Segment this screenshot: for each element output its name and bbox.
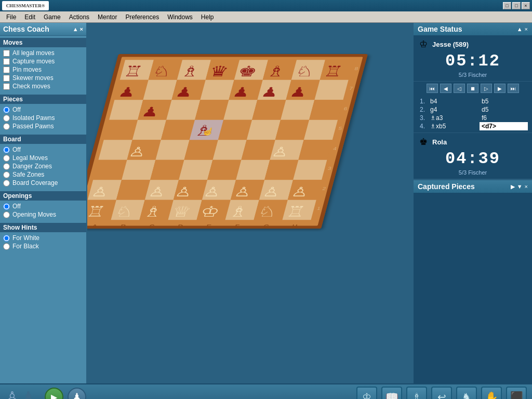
game-status-controls[interactable]: ▲ ×	[517, 26, 528, 32]
menu-preferences[interactable]: Preferences	[121, 12, 163, 22]
player1-name: Jesse (589)	[432, 41, 469, 48]
toolbar-bishop-button[interactable]: ♗	[406, 387, 427, 399]
skewer-moves-checkbox[interactable]	[3, 75, 10, 82]
table-row: 4. ♗xb5 <d7>	[418, 122, 528, 130]
all-legal-moves-checkbox[interactable]	[3, 50, 10, 57]
all-legal-moves-item[interactable]: All legal moves	[3, 49, 83, 57]
menu-help[interactable]: Help	[197, 12, 218, 22]
close-button[interactable]: ×	[522, 2, 530, 9]
move-4-black[interactable]: <d7>	[480, 122, 528, 130]
maximize-button[interactable]: □	[512, 2, 521, 9]
move-2-white[interactable]: g4	[428, 105, 480, 114]
passed-pawns-item[interactable]: Passed Pawns	[3, 122, 83, 130]
nav-end[interactable]: ⏭	[508, 84, 519, 93]
chess-coach-controls[interactable]: ▲ ×	[73, 26, 83, 32]
chess-coach-collapse[interactable]: ▲	[73, 26, 78, 32]
for-black-item[interactable]: For Black	[3, 242, 83, 250]
for-white-radio[interactable]	[3, 235, 10, 242]
pin-moves-checkbox[interactable]	[3, 66, 10, 73]
captured-header: Captured Pieces ▶ ▼ ×	[414, 180, 532, 193]
check-moves-item[interactable]: Check moves	[3, 82, 83, 90]
skewer-moves-item[interactable]: Skewer moves	[3, 74, 83, 82]
nav-next[interactable]: ▷	[481, 84, 492, 93]
toolbar-king-button[interactable]: ♔	[356, 387, 377, 399]
menu-actions[interactable]: Actions	[65, 12, 94, 22]
nav-stop[interactable]: ⏹	[467, 84, 478, 93]
board-coverage-item[interactable]: Board Coverage	[3, 179, 83, 187]
captured-collapse[interactable]: ▼	[517, 183, 523, 190]
captured-close[interactable]: ×	[525, 183, 528, 190]
menu-windows[interactable]: Windows	[163, 12, 197, 22]
pieces-off-item[interactable]: Off	[3, 105, 83, 114]
menu-game[interactable]: Game	[39, 12, 65, 22]
safe-zones-item[interactable]: Safe Zones	[3, 170, 83, 179]
move-1-black[interactable]: b5	[480, 97, 528, 105]
board-off-item[interactable]: Off	[3, 145, 83, 154]
move-3-white[interactable]: ♗a3	[428, 114, 480, 122]
svg-rect-30	[218, 120, 252, 140]
captured-controls[interactable]: ▶ ▼ ×	[511, 183, 528, 190]
game-status-close[interactable]: ×	[525, 26, 528, 32]
captured-expand[interactable]: ▶	[511, 183, 515, 190]
svg-rect-39	[241, 140, 275, 160]
capture-moves-checkbox[interactable]	[3, 58, 10, 65]
menu-edit[interactable]: Edit	[20, 12, 39, 22]
safe-zones-radio[interactable]	[3, 171, 10, 178]
opening-moves-item[interactable]: Opening Moves	[3, 210, 83, 219]
capture-moves-item[interactable]: Capture moves	[3, 57, 83, 65]
toolbar-book-button[interactable]: 📖	[381, 387, 402, 399]
logo-image: CHESSMASTER®	[2, 1, 49, 10]
svg-rect-51	[116, 180, 150, 200]
minimize-button[interactable]: □	[503, 2, 511, 9]
nav-start[interactable]: ⏮	[427, 84, 438, 93]
move-4-white[interactable]: ♗xb5	[428, 122, 480, 130]
nav-prev-fast[interactable]: ◀	[440, 84, 451, 93]
player2-name: Rola	[432, 138, 447, 146]
toolbar-hand-button[interactable]: ✋	[481, 387, 502, 399]
menu-mentor[interactable]: Mentor	[94, 12, 121, 22]
legal-moves-radio[interactable]	[3, 155, 10, 162]
show-hints-section: Show Hints For White For Black	[0, 221, 86, 252]
game-status-expand[interactable]: ▲	[517, 26, 523, 32]
openings-off-item[interactable]: Off	[3, 202, 83, 210]
human-move-button[interactable]: ♟	[68, 388, 86, 399]
svg-rect-45	[179, 160, 212, 180]
opening-moves-radio[interactable]	[3, 211, 10, 218]
menu-file[interactable]: File	[2, 12, 20, 22]
captured-content	[414, 193, 532, 201]
check-moves-checkbox[interactable]	[3, 83, 10, 90]
toolbar-replay-button[interactable]: ↩	[431, 387, 452, 399]
pieces-section-header: Pieces	[0, 95, 86, 104]
danger-zones-item[interactable]: Danger Zones	[3, 162, 83, 170]
passed-pawns-radio[interactable]	[3, 123, 10, 130]
legal-moves-item[interactable]: Legal Moves	[3, 154, 83, 162]
openings-off-radio[interactable]	[3, 203, 10, 210]
black-pawn-icon: ♟	[21, 388, 35, 400]
pin-moves-item[interactable]: Pin moves	[3, 65, 83, 74]
play-button[interactable]: ▶	[45, 388, 63, 399]
move-2-black[interactable]: d5	[480, 105, 528, 114]
toolbar-board-button[interactable]: ⬛	[506, 387, 527, 399]
pieces-off-radio[interactable]	[3, 107, 10, 113]
isolated-pawns-radio[interactable]	[3, 115, 10, 122]
danger-zones-radio[interactable]	[3, 163, 10, 170]
move-3-black[interactable]: f6	[480, 114, 528, 122]
for-black-radio[interactable]	[3, 243, 10, 250]
window-controls[interactable]: □ □ ×	[503, 2, 530, 9]
openings-section-header: Openings	[0, 191, 86, 201]
bottom-toolbar: ♙ ♟ ▶ ♟ ♔ 📖 ♗ ↩ ♞ ✋ ⬛	[0, 383, 532, 399]
board-off-radio[interactable]	[3, 147, 10, 153]
move-1-white[interactable]: b4	[428, 97, 480, 105]
svg-rect-49	[293, 160, 327, 180]
nav-next-fast[interactable]: ▶	[494, 84, 506, 93]
isolated-pawns-item[interactable]: Isolated Pawns	[3, 114, 83, 122]
board-coverage-radio[interactable]	[3, 180, 10, 187]
toolbar-knight-button[interactable]: ♞	[456, 387, 477, 399]
chess-board-svg: A B C D E F G H ♖ ♘ ♗ ♛ ♚ ♗ ♘ ♖ ♟ ♟	[87, 33, 404, 319]
chess-coach-close[interactable]: ×	[80, 26, 83, 32]
for-white-item[interactable]: For White	[3, 234, 83, 242]
player1-section: ♔ Jesse (589) 05:12 5/3 Fischer	[414, 35, 532, 82]
nav-prev[interactable]: ◁	[454, 84, 465, 93]
for-black-label: For Black	[12, 243, 39, 250]
move-2-num: 2.	[418, 105, 428, 114]
